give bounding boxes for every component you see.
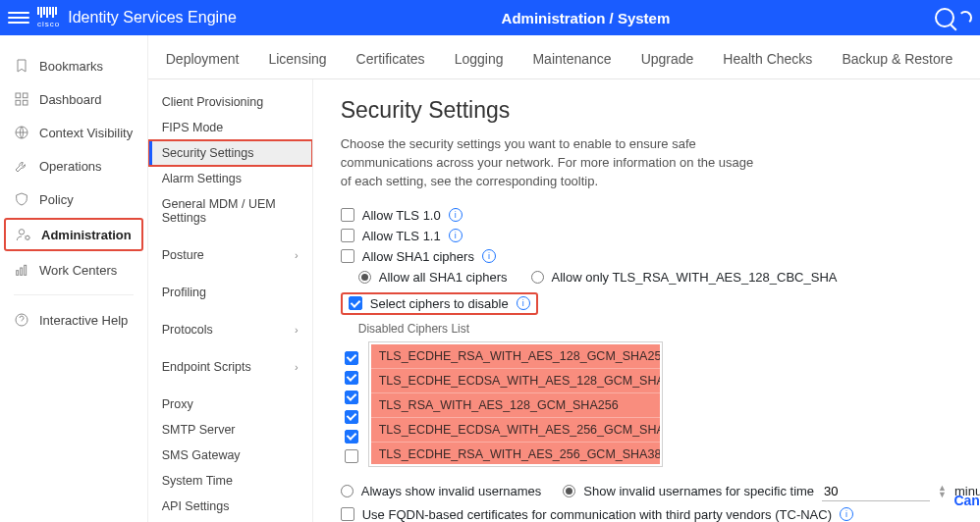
subnav-endpoint-scripts[interactable]: Endpoint Scripts› — [148, 354, 312, 380]
checkbox-tls10[interactable] — [341, 208, 354, 222]
cipher-option[interactable]: TLS_ECDHE_ECDSA_WITH_AES_128_GCM_SHA256 — [371, 369, 660, 393]
subnav-alarm-settings[interactable]: Alarm Settings — [148, 166, 312, 191]
label-tls10: Allow TLS 1.0 — [362, 208, 441, 223]
nav-label: Context Visibility — [39, 126, 133, 140]
label-sha1-all: Allow all SHA1 ciphers — [379, 270, 508, 285]
tab-certificates[interactable]: Certificates — [354, 51, 427, 78]
tab-deployment[interactable]: Deployment — [164, 51, 242, 78]
nav-context-visibility[interactable]: Context Visibility — [0, 116, 147, 149]
label-sha1: Allow SHA1 ciphers — [362, 249, 474, 264]
subnav-protocols[interactable]: Protocols› — [148, 317, 312, 342]
chevron-right-icon: › — [295, 249, 299, 261]
checkbox-select-ciphers[interactable] — [349, 296, 362, 310]
user-gear-icon — [16, 227, 31, 242]
search-icon[interactable] — [935, 8, 954, 27]
subnav-system-time[interactable]: System Time — [148, 468, 312, 494]
cisco-logo: cisco — [37, 7, 60, 28]
main-panel: Security Settings Choose the security se… — [313, 79, 980, 522]
svg-rect-3 — [23, 100, 27, 105]
info-icon[interactable]: i — [482, 249, 496, 263]
cipher-option[interactable]: TLS_ECDHE_RSA_WITH_AES_128_GCM_SHA256 — [371, 344, 660, 369]
svg-rect-7 — [17, 271, 19, 276]
nav-dashboard[interactable]: Dashboard — [0, 82, 147, 116]
tab-backup-restore[interactable]: Backup & Restore — [840, 51, 954, 78]
nav-work-centers[interactable]: Work Centers — [0, 253, 147, 287]
label-show-specific: Show invalid usernames for specific time — [583, 484, 814, 498]
wrench-icon — [14, 158, 29, 174]
subnav-general-mdm[interactable]: General MDM / UEM Settings — [148, 191, 312, 231]
nav-label: Policy — [39, 192, 74, 207]
nav-label: Work Centers — [39, 263, 117, 278]
subnav-fips-mode[interactable]: FIPS Mode — [148, 115, 312, 140]
subnav-sms[interactable]: SMS Gateway — [148, 443, 312, 468]
radio-sha1-all[interactable] — [358, 271, 371, 284]
spinner-icon[interactable]: ▲▼ — [938, 485, 947, 498]
help-icon[interactable] — [958, 11, 972, 25]
tab-logging[interactable]: Logging — [453, 51, 506, 78]
radio-sha1-only[interactable] — [531, 271, 544, 284]
checkbox-sha1[interactable] — [341, 249, 354, 263]
info-icon[interactable]: i — [517, 296, 530, 310]
globe-icon — [14, 125, 29, 140]
page-title: Security Settings — [341, 97, 980, 124]
label-sha1-only: Allow only TLS_RSA_WITH_AES_128_CBC_SHA — [552, 270, 838, 285]
cipher-check-1[interactable] — [345, 371, 358, 385]
radio-always-show[interactable] — [341, 485, 354, 497]
product-title: Identity Services Engine — [68, 9, 237, 26]
cipher-option[interactable]: TLS_RSA_WITH_AES_128_GCM_SHA256 — [371, 393, 660, 418]
subnav-api-settings[interactable]: API Settings — [148, 494, 312, 519]
subnav-profiling[interactable]: Profiling — [148, 280, 312, 305]
nav-bookmarks[interactable]: Bookmarks — [0, 49, 147, 82]
svg-point-5 — [19, 230, 24, 235]
cipher-check-4[interactable] — [345, 430, 358, 444]
bookmark-icon — [14, 58, 29, 74]
tab-licensing[interactable]: Licensing — [266, 51, 328, 78]
svg-rect-0 — [16, 93, 21, 98]
subnav-posture[interactable]: Posture› — [148, 242, 312, 268]
svg-rect-1 — [23, 93, 27, 98]
info-icon[interactable]: i — [449, 208, 463, 222]
highlight-select-ciphers: Select ciphers to disable i — [341, 292, 538, 315]
nav-label: Administration — [41, 228, 132, 242]
nav-interactive-help[interactable]: Interactive Help — [0, 303, 147, 337]
nav-label: Dashboard — [39, 92, 102, 107]
subnav-client-provisioning[interactable]: Client Provisioning — [148, 89, 312, 115]
tab-upgrade[interactable]: Upgrade — [639, 51, 696, 78]
info-icon[interactable]: i — [840, 507, 853, 521]
cipher-check-0[interactable] — [345, 351, 358, 365]
page-intro: Choose the security settings you want to… — [341, 135, 763, 191]
cipher-check-3[interactable] — [345, 410, 358, 424]
subnav-proxy[interactable]: Proxy — [148, 392, 312, 417]
tab-health-checks[interactable]: Health Checks — [721, 51, 814, 78]
nav-administration[interactable]: Administration — [4, 218, 143, 251]
cipher-option[interactable]: TLS_ECDHE_RSA_WITH_AES_256_GCM_SHA384 — [371, 443, 660, 464]
grid-icon — [14, 91, 29, 107]
specific-time-input[interactable] — [822, 482, 930, 501]
cipher-check-5[interactable] — [345, 449, 358, 463]
nav-operations[interactable]: Operations — [0, 149, 147, 183]
nav-label: Interactive Help — [39, 313, 128, 328]
bars-icon — [14, 262, 29, 278]
info-icon[interactable]: i — [449, 229, 463, 242]
checkbox-fqdn[interactable] — [341, 507, 354, 521]
settings-subnav: Client Provisioning FIPS Mode Security S… — [148, 79, 313, 522]
subnav-security-settings[interactable]: Security Settings — [148, 140, 312, 166]
shield-icon — [14, 191, 29, 207]
tab-maintenance[interactable]: Maintenance — [530, 51, 613, 78]
menu-toggle[interactable] — [8, 7, 29, 28]
cancel-button[interactable]: Cancel — [953, 493, 980, 508]
disabled-ciphers-label: Disabled Ciphers List — [341, 322, 980, 336]
nav-label: Operations — [39, 159, 102, 174]
chevron-right-icon: › — [295, 361, 299, 373]
label-tls11: Allow TLS 1.1 — [362, 229, 441, 243]
nav-policy[interactable]: Policy — [0, 183, 147, 216]
cipher-check-2[interactable] — [345, 391, 358, 404]
radio-show-specific[interactable] — [563, 485, 575, 497]
checkbox-tls11[interactable] — [341, 229, 354, 242]
cipher-list[interactable]: TLS_ECDHE_RSA_WITH_AES_128_GCM_SHA256 TL… — [368, 341, 663, 467]
tabs: Deployment Licensing Certificates Loggin… — [148, 35, 980, 79]
label-select-ciphers: Select ciphers to disable — [370, 296, 509, 311]
cipher-option[interactable]: TLS_ECDHE_ECDSA_WITH_AES_256_GCM_SHA384 — [371, 418, 660, 443]
question-icon — [14, 312, 29, 328]
subnav-smtp[interactable]: SMTP Server — [148, 417, 312, 443]
